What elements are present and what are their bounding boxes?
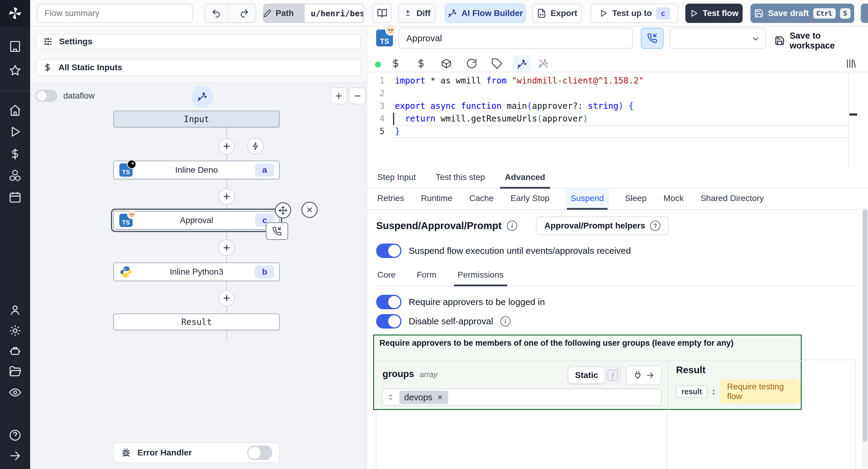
require-login-toggle[interactable] — [376, 295, 401, 309]
static-mode-button[interactable]: Static — [568, 367, 605, 384]
format-tag-icon[interactable] — [491, 58, 503, 69]
tab-advanced[interactable]: Advanced — [504, 167, 547, 188]
groups-tag-input[interactable]: devops — [382, 388, 661, 406]
suspend-flow-toggle[interactable] — [376, 244, 401, 258]
audit-eye-icon[interactable] — [8, 386, 22, 399]
info-icon[interactable]: i — [507, 221, 517, 231]
add-step-button[interactable] — [218, 290, 235, 306]
approval-phone-indicator[interactable] — [266, 222, 288, 240]
flow-summary-input[interactable] — [37, 4, 193, 23]
reload-icon[interactable] — [466, 58, 477, 69]
variables-dollar-icon[interactable] — [390, 58, 401, 69]
undo-button[interactable] — [205, 4, 228, 22]
help-icon: ? — [650, 221, 660, 231]
node-inline-python3[interactable]: Inline Python3 b — [113, 262, 280, 281]
code-editor[interactable]: 12345 import * as wmill from "windmill-c… — [367, 73, 858, 169]
connect-input-button[interactable] — [626, 366, 661, 385]
subtab-retries[interactable]: Retries — [376, 189, 405, 209]
collapse-arrow-right-icon[interactable] — [8, 449, 22, 462]
settings-gear-icon[interactable] — [8, 324, 22, 337]
variables-dollar-icon[interactable] — [8, 147, 22, 161]
save-to-workspace-button[interactable]: Save to workspace — [775, 31, 868, 51]
plus-minus-icon — [403, 9, 412, 18]
info-icon[interactable]: i — [500, 316, 510, 326]
package-icon[interactable] — [441, 58, 452, 69]
ai-graph-wand-button[interactable] — [191, 86, 213, 108]
folders-icon[interactable] — [8, 365, 22, 378]
error-handler-card[interactable]: Error Handler — [113, 442, 280, 463]
add-step-button[interactable] — [218, 138, 235, 154]
save-draft-button[interactable]: Save draft Ctrl S — [750, 4, 854, 23]
add-trigger-button[interactable] — [247, 138, 264, 154]
deploy-button-partial[interactable] — [861, 4, 868, 23]
fx-mode-button[interactable]: ƒ — [605, 367, 621, 384]
wand-icon — [447, 8, 457, 18]
resources-cubes-icon[interactable] — [8, 169, 22, 182]
error-handler-toggle[interactable] — [247, 445, 273, 460]
plus-icon — [222, 243, 231, 252]
path-button[interactable]: Path u/henri/bes — [263, 4, 364, 23]
all-static-inputs-card[interactable]: All Static Inputs — [36, 59, 361, 76]
runs-play-icon[interactable] — [8, 125, 22, 138]
remove-tag-icon[interactable] — [437, 394, 443, 401]
node-result[interactable]: Result — [113, 313, 280, 330]
subtab-cache[interactable]: Cache — [468, 189, 495, 209]
suspend-phone-button[interactable] — [641, 28, 664, 49]
help-question-icon[interactable] — [8, 429, 22, 442]
approval-prompt-helpers-button[interactable]: Approval/Prompt helpers ? — [536, 216, 669, 235]
tab-step-input[interactable]: Step Input — [376, 167, 417, 188]
delete-step-button[interactable] — [301, 201, 318, 218]
users-person-icon[interactable] — [8, 304, 22, 317]
add-step-button[interactable] — [218, 188, 235, 205]
subtab-mock[interactable]: Mock — [662, 189, 685, 209]
tab-test-this-step[interactable]: Test this step — [435, 167, 486, 188]
node-approval-selected[interactable]: TS Approval c — [113, 211, 280, 230]
static-fx-switch: Static ƒ — [567, 366, 622, 385]
flow-settings-card[interactable]: Settings — [36, 34, 361, 50]
schedules-calendar-icon[interactable] — [8, 190, 22, 204]
typescript-bun-icon: TS — [119, 214, 133, 227]
export-button[interactable]: Export — [532, 4, 582, 23]
result-row: result : Require testing flow — [676, 379, 801, 404]
group-tag[interactable]: devops — [399, 390, 448, 404]
home-icon[interactable] — [8, 104, 22, 117]
inner-tab-permissions[interactable]: Permissions — [456, 265, 504, 286]
zoom-out-button[interactable]: − — [349, 87, 366, 104]
ai-assist-active-button[interactable] — [513, 56, 531, 72]
test-up-to-button[interactable]: Test up to c — [591, 4, 678, 23]
windmill-logo[interactable] — [0, 0, 30, 27]
groups-field-label-row: groups array — [382, 369, 437, 379]
diff-button[interactable]: Diff — [398, 4, 435, 23]
inner-tab-core[interactable]: Core — [376, 265, 397, 286]
arrow-right-icon — [646, 371, 654, 379]
contextual-dollar-icon[interactable] — [415, 58, 427, 69]
add-step-button[interactable] — [218, 240, 235, 256]
favorites-star-icon[interactable] — [8, 64, 22, 77]
dataflow-toggle[interactable] — [36, 90, 57, 102]
workers-robot-icon[interactable] — [8, 345, 22, 358]
subtab-suspend[interactable]: Suspend — [565, 189, 610, 209]
disable-self-approval-toggle[interactable] — [376, 314, 401, 329]
subtab-runtime[interactable]: Runtime — [420, 189, 454, 209]
save-draft-label: Save draft — [768, 8, 809, 18]
ai-flow-builder-button[interactable]: AI Flow Builder — [445, 4, 526, 23]
move-step-button[interactable] — [275, 202, 291, 219]
node-inline-deno[interactable]: TS Inline Deno a — [113, 161, 280, 179]
subtab-early-stop[interactable]: Early Stop — [509, 189, 551, 209]
step-name-input[interactable] — [398, 28, 633, 49]
inner-tab-form[interactable]: Form — [415, 265, 438, 286]
node-input[interactable]: Input — [113, 111, 280, 127]
tag-select[interactable] — [669, 28, 766, 49]
redo-button[interactable] — [232, 4, 255, 22]
library-icon[interactable] — [845, 58, 857, 69]
result-value-badge[interactable]: Require testing flow — [720, 379, 801, 404]
docs-book-button[interactable] — [373, 4, 392, 23]
workspace-building-icon[interactable] — [8, 40, 22, 53]
left-nav-rail — [0, 0, 30, 469]
scrollbar-thumb[interactable] — [863, 210, 867, 442]
subtab-shared-directory[interactable]: Shared Directory — [699, 189, 765, 209]
test-flow-button[interactable]: Test flow — [685, 4, 743, 23]
ai-disabled-wand-icon[interactable] — [538, 58, 549, 69]
subtab-sleep[interactable]: Sleep — [624, 189, 648, 209]
zoom-in-button[interactable]: + — [330, 87, 347, 104]
